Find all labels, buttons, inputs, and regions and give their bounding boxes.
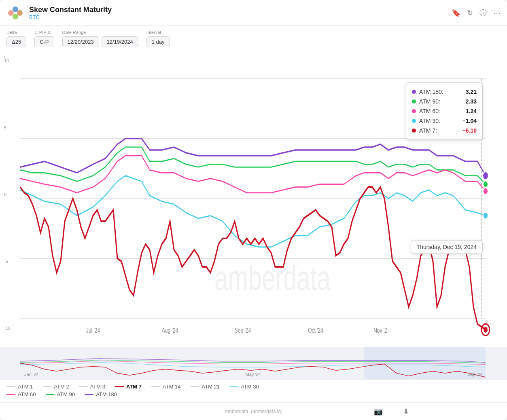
titlebar-actions: 🔖 ↻ ⓘ ⋯ [452, 8, 501, 18]
legend-label-atm3: ATM 3 [90, 384, 105, 390]
date-end-button[interactable]: 12/19/2024 [102, 36, 138, 47]
date-range-control: Date Range 12/20/2023 12/19/2024 [62, 30, 138, 47]
footer-credit: Amberdata, (amberdata.io) [225, 409, 282, 414]
legend-item-atm7[interactable]: ATM 7 [115, 384, 142, 390]
tooltip-row-atm30: ATM 30: −1.04 [412, 116, 477, 126]
legend-label-atm60: ATM 60 [18, 391, 36, 397]
svg-point-1 [13, 6, 18, 12]
legend-line-atm21 [191, 386, 199, 387]
svg-point-2 [17, 10, 23, 16]
app-title: Skew Constant Maturity [29, 6, 452, 14]
tooltip-dot-atm180 [412, 90, 416, 94]
legend-item-atm1[interactable]: ATM 1 [6, 384, 33, 390]
legend-item-atm2[interactable]: ATM 2 [42, 384, 69, 390]
legend-item-atm90[interactable]: ATM 90 [46, 391, 75, 397]
legend-line-atm180 [85, 394, 93, 395]
tooltip-value-atm180: 3.21 [466, 89, 477, 95]
titlebar: Skew Constant Maturity BTC 🔖 ↻ ⓘ ⋯ [0, 0, 507, 26]
legend-line-atm7 [115, 386, 124, 387]
legend-item-atm30[interactable]: ATM 30 [229, 384, 259, 390]
info-icon[interactable]: ⓘ [479, 8, 487, 18]
tooltip-dot-atm30 [412, 119, 416, 123]
legend-label-atm30: ATM 30 [241, 384, 259, 390]
svg-text:amberdata: amberdata [214, 259, 331, 298]
legend-line-atm14 [151, 386, 160, 387]
delta-label: Delta [6, 30, 26, 35]
tooltip-dot-atm60 [412, 109, 416, 113]
delta-control: Delta Δ25 [6, 30, 26, 47]
more-icon[interactable]: ⋯ [493, 8, 501, 17]
svg-text:Aug '24: Aug '24 [162, 327, 178, 334]
legend-label-atm21: ATM 21 [202, 384, 220, 390]
cp-button[interactable]: C-P [34, 36, 54, 47]
legend-line-atm1 [6, 386, 15, 387]
svg-point-11 [483, 172, 488, 180]
date-start-button[interactable]: 12/20/2023 [62, 36, 99, 47]
svg-text:Oct '24: Oct '24 [308, 327, 323, 334]
date-range-label: Date Range [62, 30, 138, 35]
tooltip-value-atm60: 1.24 [466, 108, 477, 114]
legend-label-atm180: ATM 180 [96, 391, 117, 397]
legend-item-atm3[interactable]: ATM 3 [79, 384, 105, 390]
svg-point-12 [483, 181, 488, 188]
legend-label-atm14: ATM 14 [163, 384, 181, 390]
legend-item-atm21[interactable]: ATM 21 [191, 384, 220, 390]
legend-line-atm60 [6, 394, 15, 395]
tooltip-label-atm30: ATM 30: [419, 118, 459, 124]
tooltip-value-atm30: −1.04 [462, 118, 477, 124]
tooltip-row-atm60: ATM 60: 1.24 [412, 106, 477, 116]
download-icon[interactable]: ⬇ [403, 407, 409, 416]
cp-control: C-P/P-C C-P [34, 30, 54, 47]
tooltip-label-atm90: ATM 90: [419, 98, 462, 105]
svg-point-3 [13, 14, 18, 19]
app-window: Skew Constant Maturity BTC 🔖 ↻ ⓘ ⋯ Delta… [0, 0, 507, 420]
tooltip-label-atm7: ATM 7: [419, 127, 459, 134]
legend-label-atm90: ATM 90 [57, 391, 75, 397]
legend-line-atm30 [229, 386, 238, 387]
tooltip-value-atm7: −6.10 [462, 127, 477, 134]
tooltip-date-box: Thursday, Dec 19, 2024 [411, 240, 483, 254]
tooltip-row-atm180: ATM 180: 3.21 [412, 87, 477, 97]
bookmark-icon[interactable]: 🔖 [452, 8, 460, 17]
tooltip-dot-atm90 [412, 99, 416, 103]
legend-label-atm1: ATM 1 [18, 384, 33, 390]
legend-line-atm2 [42, 386, 51, 387]
title-block: Skew Constant Maturity BTC [29, 6, 452, 20]
svg-text:Nov '2: Nov '2 [373, 327, 387, 334]
legend-item-atm60[interactable]: ATM 60 [6, 391, 36, 397]
refresh-icon[interactable]: ↻ [467, 8, 473, 17]
tooltip-row-atm90: ATM 90: 2.33 [412, 97, 477, 106]
footer: Amberdata, (amberdata.io) 📷 ⬇ [0, 402, 507, 420]
interval-button[interactable]: 1 day [146, 36, 170, 47]
legend-item-atm180[interactable]: ATM 180 [85, 391, 117, 397]
interval-label: Interval [146, 30, 170, 35]
expand-icon[interactable]: › [3, 53, 5, 60]
svg-point-0 [8, 10, 14, 16]
interval-control: Interval 1 day [146, 30, 170, 47]
app-logo [6, 4, 24, 22]
legend-line-atm90 [46, 394, 55, 395]
controls-bar: Delta Δ25 C-P/P-C C-P Date Range 12/20/2… [0, 26, 507, 50]
camera-icon[interactable]: 📷 [374, 407, 383, 416]
legend-row-1: ATM 1 ATM 2 ATM 3 ATM 7 ATM 14 ATM 21 [6, 384, 501, 390]
svg-point-14 [483, 212, 488, 219]
tooltip-value-atm90: 2.33 [466, 98, 477, 105]
mini-chart[interactable]: Jan '24 May '24 Sep '24 [0, 347, 507, 379]
legend-area: ATM 1 ATM 2 ATM 3 ATM 7 ATM 14 ATM 21 [0, 379, 507, 402]
delta-button[interactable]: Δ25 [6, 36, 26, 47]
tooltip-label-atm180: ATM 180: [419, 89, 462, 95]
legend-item-atm14[interactable]: ATM 14 [151, 384, 181, 390]
tooltip-date: Thursday, Dec 19, 2024 [417, 244, 477, 250]
chart-area: › 10 5 0 -5 -10 amberdata [0, 50, 507, 347]
svg-point-13 [483, 188, 488, 194]
asset-label: BTC [29, 14, 452, 20]
legend-line-atm3 [79, 386, 88, 387]
date-range-inputs: 12/20/2023 12/19/2024 [62, 36, 138, 47]
mini-chart-svg [0, 347, 507, 379]
tooltip-row-atm7: ATM 7: −6.10 [412, 126, 477, 135]
svg-text:Sep '24: Sep '24 [235, 327, 251, 334]
legend-label-atm7: ATM 7 [126, 384, 142, 390]
tooltip-label-atm60: ATM 60: [419, 108, 462, 114]
cp-label: C-P/P-C [34, 30, 54, 35]
tooltip-dot-atm7 [412, 129, 416, 133]
